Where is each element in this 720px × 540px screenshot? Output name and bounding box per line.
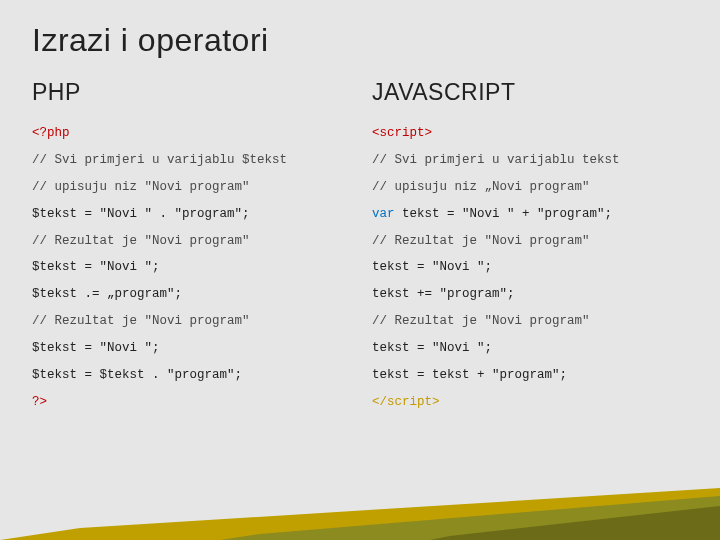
code-line: var tekst = "Novi " + "program"; [372,201,688,228]
svg-marker-1 [220,496,720,540]
column-php: PHP <?php// Svi primjeri u varijablu $te… [32,79,348,416]
code-line: // upisuju niz „Novi program" [372,174,688,201]
code-line: <?php [32,120,348,147]
code-line: // Rezultat je "Novi program" [32,308,348,335]
corner-accent-icon [0,488,720,540]
code-line: // Rezultat je "Novi program" [372,308,688,335]
code-line: // Rezultat je "Novi program" [32,228,348,255]
slide-title: Izrazi i operatori [32,22,688,59]
code-line: </script> [372,389,688,416]
code-block-php: <?php// Svi primjeri u varijablu $tekst/… [32,120,348,416]
code-line: tekst = "Novi "; [372,254,688,281]
code-line: $tekst .= „program"; [32,281,348,308]
code-line: $tekst = "Novi "; [32,335,348,362]
code-line: ?> [32,389,348,416]
code-line: $tekst = "Novi "; [32,254,348,281]
code-line: tekst += "program"; [372,281,688,308]
code-line: $tekst = "Novi " . "program"; [32,201,348,228]
code-block-js: <script>// Svi primjeri u varijablu teks… [372,120,688,416]
column-heading-php: PHP [32,79,348,106]
code-line: // Svi primjeri u varijablu tekst [372,147,688,174]
column-js: JAVASCRIPT <script>// Svi primjeri u var… [372,79,688,416]
code-line: // Rezultat je "Novi program" [372,228,688,255]
code-line: $tekst = $tekst . "program"; [32,362,348,389]
code-line: // upisuju niz "Novi program" [32,174,348,201]
code-line: tekst = tekst + "program"; [372,362,688,389]
columns: PHP <?php// Svi primjeri u varijablu $te… [32,79,688,416]
slide: Izrazi i operatori PHP <?php// Svi primj… [0,0,720,540]
column-heading-js: JAVASCRIPT [372,79,688,106]
svg-marker-0 [0,488,720,540]
code-line: // Svi primjeri u varijablu $tekst [32,147,348,174]
svg-marker-2 [430,506,720,540]
code-line: tekst = "Novi "; [372,335,688,362]
code-line: <script> [372,120,688,147]
